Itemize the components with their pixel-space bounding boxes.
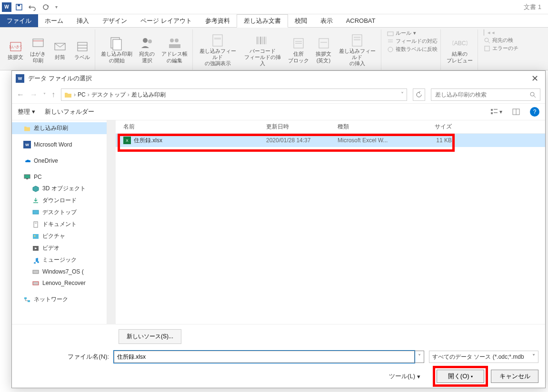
greeting-button[interactable]: あいさつ挨拶文	[6, 38, 25, 61]
search-input[interactable]	[431, 88, 540, 101]
cancel-button[interactable]: キャンセル	[491, 370, 538, 383]
file-list: 名前 更新日時 種類 サイズ X 住所録.xlsx 2020/01/28 14:…	[116, 120, 545, 324]
start-merge-button[interactable]: 差し込み印刷 の開始	[99, 35, 134, 64]
nav-up-icon[interactable]: ↑	[51, 90, 55, 99]
match-fields-button[interactable]: フィールドの対応	[387, 38, 438, 45]
undo-icon[interactable]	[29, 3, 36, 11]
tree-item-desktop[interactable]: デスクトップ	[12, 206, 107, 218]
tree-item-documents[interactable]: ドキュメント	[12, 218, 107, 230]
svg-rect-50	[24, 175, 30, 178]
svg-rect-33	[354, 39, 360, 40]
new-folder-button[interactable]: 新しいフォルダー	[45, 108, 94, 116]
filename-dropdown-icon[interactable]: ˅	[415, 351, 424, 363]
tab-home[interactable]: ホーム	[38, 14, 70, 27]
highlight-fields-button[interactable]: 差し込みフィールド の強調表示	[197, 32, 239, 68]
tab-references[interactable]: 参考資料	[199, 14, 237, 27]
svg-point-42	[530, 92, 534, 96]
breadcrumb[interactable]: › PC › デスクトップ › 差し込み印刷 ˅	[61, 88, 407, 101]
organize-button[interactable]: 整理 ▾	[18, 108, 35, 116]
check-errors-button[interactable]: エラーのチ	[484, 45, 518, 52]
title-bar: W ▾ 文書 1	[0, 0, 548, 14]
address-block-button[interactable]: 住所 ブロック	[286, 35, 311, 64]
qat-more-icon[interactable]: ▾	[55, 4, 58, 10]
file-picker-dialog: W データ ファイルの選択 ✕ ← → ˅ ↑ › PC › デスクトップ › …	[11, 70, 546, 388]
tree-item-3d[interactable]: 3D オブジェクト	[12, 183, 107, 195]
svg-line-40	[488, 41, 490, 43]
tab-design[interactable]: デザイン	[96, 14, 134, 27]
svg-rect-61	[28, 300, 30, 302]
tree-item-windows7[interactable]: Windows7_OS (	[12, 266, 107, 277]
barcode-button[interactable]: バーコード フィールドの挿入	[241, 32, 283, 68]
edit-recipients-button[interactable]: アドレス帳 の編集	[159, 35, 189, 64]
view-options-icon[interactable]: ▾	[490, 108, 502, 116]
rules-button[interactable]: ルール ▾	[387, 29, 438, 37]
tree-item-lenovo[interactable]: Lenovo_Recover	[12, 277, 107, 289]
column-headers[interactable]: 名前 更新日時 種類 サイズ	[116, 120, 545, 134]
redo-icon[interactable]	[42, 3, 50, 11]
envelope-button[interactable]: 封筒	[50, 38, 70, 61]
select-recipients-button[interactable]: 宛先の 選択	[137, 35, 157, 64]
search-field[interactable]	[435, 91, 529, 98]
tools-button[interactable]: ツール(L) ▾	[389, 372, 420, 381]
svg-rect-60	[24, 297, 27, 299]
svg-rect-12	[113, 39, 121, 50]
svg-rect-21	[259, 37, 259, 44]
chevron-down-icon[interactable]: ˅	[401, 91, 404, 98]
ribbon: あいさつ挨拶文 はがき 印刷 封筒 ラベル 差し込み印刷 の開始 宛先の 選択 …	[0, 28, 548, 70]
help-icon[interactable]: ?	[530, 107, 539, 117]
refresh-icon[interactable]	[413, 88, 425, 101]
tab-file[interactable]: ファイル	[0, 14, 38, 27]
tree-item-videos[interactable]: ビデオ	[12, 242, 107, 254]
tab-insert[interactable]: 挿入	[70, 14, 96, 27]
svg-text:《ABC》: 《ABC》	[452, 40, 468, 47]
tree-item-network[interactable]: ネットワーク	[12, 294, 107, 305]
label-button[interactable]: ラベル	[72, 38, 92, 61]
document-title: 文書 1	[524, 3, 546, 11]
record-nav[interactable]: ▏◂ ◂	[484, 29, 518, 36]
svg-point-13	[143, 38, 148, 43]
postcard-button[interactable]: はがき 印刷	[28, 35, 48, 64]
svg-rect-58	[33, 270, 39, 274]
svg-rect-45	[494, 109, 498, 110]
folder-tree: 差し込み印刷 WMicrosoft Word OneDrive PC 3D オブ…	[12, 120, 107, 324]
svg-rect-19	[214, 38, 221, 39]
svg-point-14	[148, 39, 152, 43]
tab-acrobat[interactable]: ACROBAT	[339, 14, 382, 27]
preview-pane-icon[interactable]	[512, 108, 520, 116]
tree-item-downloads[interactable]: ダウンロード	[12, 195, 107, 206]
svg-rect-34	[388, 32, 393, 36]
save-icon[interactable]	[15, 3, 23, 11]
nav-forward-icon[interactable]: →	[30, 90, 38, 99]
tree-item-word[interactable]: WMicrosoft Word	[12, 139, 107, 150]
tree-item-current-folder[interactable]: 差し込み印刷	[12, 122, 107, 134]
svg-rect-44	[491, 109, 493, 111]
insert-field-button[interactable]: 差し込みフィールド の挿入	[336, 32, 378, 68]
tree-scrollbar[interactable]	[107, 120, 116, 324]
nav-back-icon[interactable]: ←	[17, 90, 24, 99]
tab-view[interactable]: 表示	[314, 14, 339, 27]
tree-item-pictures[interactable]: ピクチャ	[12, 230, 107, 242]
preview-button[interactable]: 《ABC》結果の プレビュー	[445, 35, 475, 64]
close-icon[interactable]: ✕	[528, 73, 541, 84]
tree-item-pc[interactable]: PC	[12, 171, 107, 183]
file-row-selected[interactable]: X 住所録.xlsx 2020/01/28 14:37 Microsoft Ex…	[116, 134, 545, 147]
update-labels-button[interactable]: 複数ラベルに反映	[387, 46, 438, 53]
open-button[interactable]: 開く(O) ▾	[437, 370, 484, 383]
nav-recent-icon[interactable]: ˅	[43, 92, 46, 98]
tab-review[interactable]: 校閲	[288, 14, 314, 27]
tree-item-music[interactable]: ミュージック	[12, 254, 107, 266]
filename-input[interactable]	[114, 351, 415, 363]
filename-label: ファイル名(N):	[19, 353, 109, 361]
new-source-button[interactable]: 新しいソース(S)...	[119, 329, 181, 344]
svg-point-15	[170, 39, 174, 42]
search-icon	[529, 91, 536, 98]
excel-file-icon: X	[123, 137, 131, 144]
file-type-filter[interactable]: すべてのデータ ソース (*.odc;*.mdb ˅	[429, 351, 538, 363]
find-recipient-button[interactable]: 宛先の検	[484, 37, 518, 44]
tab-mailings[interactable]: 差し込み文書	[237, 14, 288, 28]
svg-rect-17	[169, 44, 180, 48]
tree-item-onedrive[interactable]: OneDrive	[12, 155, 107, 167]
tab-layout[interactable]: ページ レイアウト	[134, 14, 199, 27]
greeting-line-button[interactable]: 挨拶文 (英文)	[314, 35, 333, 64]
svg-rect-55	[33, 234, 39, 239]
